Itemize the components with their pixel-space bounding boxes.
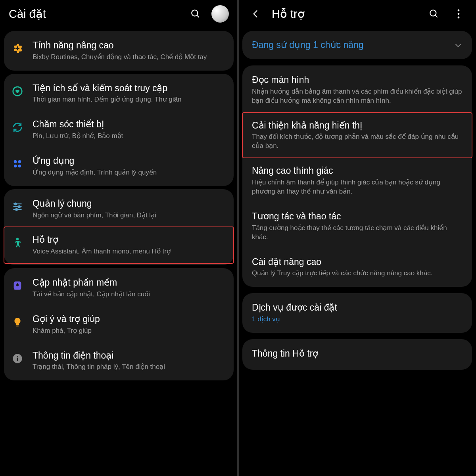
sliders-icon [10, 199, 25, 215]
item-subtitle: 1 dịch vụ [252, 315, 463, 324]
chevron-down-icon [454, 41, 463, 50]
item-subtitle: Tải về bản cập nhật, Cập nhật lần cuối [33, 290, 226, 299]
settings-item-ring-heart[interactable]: Tiện ích số và kiểm soát truy cậpThời gi… [4, 75, 234, 112]
info-icon [10, 351, 25, 367]
item-subtitle: Hiệu chỉnh âm thanh để giúp thính giác c… [252, 178, 463, 196]
accessibility-item[interactable]: Cài đặt nâng caoQuản lý Truy cập trực ti… [242, 249, 472, 286]
svg-point-14 [15, 208, 17, 210]
item-title: Chăm sóc thiết bị [33, 119, 226, 130]
banner-label: Đang sử dụng 1 chức năng [252, 40, 454, 50]
item-title: Cài đặt nâng cao [252, 256, 463, 268]
svg-rect-3 [15, 48, 19, 49]
svg-point-13 [18, 205, 20, 207]
item-title: Hỗ trợ [33, 234, 226, 246]
settings-item-info[interactable]: Thông tin điện thoạiTrạng thái, Thông ti… [4, 343, 234, 379]
item-subtitle: Thay đổi kích thước, độ tương phản và mà… [252, 132, 463, 151]
ring-refresh-icon [10, 119, 25, 135]
ring-heart-icon [10, 83, 25, 99]
svg-point-12 [15, 203, 17, 205]
item-subtitle: Tăng cường hoặc thay thế các tương tác c… [252, 224, 463, 242]
item-subtitle: Ứng dụng mặc định, Trình quản lý quyền [33, 168, 226, 177]
item-subtitle: Quản lý Truy cập trực tiếp và các chức n… [252, 269, 463, 278]
settings-item-update[interactable]: Cập nhật phần mềmTải về bản cập nhật, Cậ… [4, 270, 234, 306]
item-subtitle: Trạng thái, Thông tin pháp lý, Tên điện … [33, 363, 226, 372]
about-accessibility-item[interactable]: Thông tin Hỗ trợ [242, 339, 472, 370]
item-title: Ứng dụng [33, 155, 226, 167]
settings-group: Quản lý chungNgôn ngữ và bàn phím, Thời … [4, 189, 234, 265]
item-title: Gợi ý và trợ giúp [33, 313, 226, 325]
accessibility-item[interactable]: Đọc màn hìnhNhận hướng dẫn bằng âm thanh… [242, 67, 472, 113]
item-subtitle: Khám phá, Trợ giúp [33, 326, 226, 336]
search-icon[interactable] [425, 5, 443, 23]
svg-point-15 [16, 238, 19, 240]
item-subtitle: Ngôn ngữ và bàn phím, Thời gian, Đặt lại [33, 211, 226, 220]
svg-line-22 [435, 15, 437, 17]
back-icon[interactable] [247, 5, 265, 23]
header: Hỗ trợ [242, 0, 473, 28]
item-title: Tính năng nâng cao [33, 40, 226, 51]
settings-group: Tính năng nâng caoBixby Routines, Chuyển… [4, 31, 234, 71]
settings-item-person[interactable]: Hỗ trợVoice Assistant, Âm thanh mono, me… [4, 227, 234, 263]
settings-item-bulb[interactable]: Gợi ý và trợ giúpKhám phá, Trợ giúp [4, 306, 234, 343]
item-title: Thông tin điện thoại [33, 350, 226, 361]
item-subtitle: Pin, Lưu trữ, Bộ nhớ, Bảo mật [33, 132, 226, 141]
accessibility-item[interactable]: Nâng cao thính giácHiệu chỉnh âm thanh đ… [242, 158, 472, 203]
page-title: Hỗ trợ [272, 7, 418, 21]
settings-item-gear-plus[interactable]: Tính năng nâng caoBixby Routines, Chuyển… [4, 33, 234, 69]
item-title: Cập nhật phần mềm [33, 277, 226, 288]
svg-point-0 [192, 10, 198, 16]
settings-screen: Cài đặt Tính năng nâng caoBixby Routines… [0, 0, 238, 476]
item-title: Đọc màn hình [252, 74, 463, 86]
svg-point-6 [18, 160, 21, 163]
svg-point-23 [458, 10, 460, 12]
update-icon [10, 278, 25, 294]
item-subtitle: Bixby Routines, Chuyển động và thao tác,… [33, 53, 226, 62]
page-title: Cài đặt [9, 7, 180, 21]
svg-point-8 [18, 165, 21, 168]
svg-rect-20 [17, 356, 18, 357]
svg-rect-17 [16, 325, 19, 326]
svg-rect-19 [17, 357, 18, 361]
header: Cài đặt [3, 0, 234, 28]
item-title: Thông tin Hỗ trợ [252, 348, 463, 359]
item-title: Tiện ích số và kiểm soát truy cập [33, 83, 226, 94]
svg-point-25 [458, 17, 460, 19]
installed-services-item[interactable]: Dịch vụ được cài đặt 1 dịch vụ [242, 293, 472, 333]
search-icon[interactable] [187, 5, 204, 23]
active-features-banner[interactable]: Đang sử dụng 1 chức năng [242, 31, 472, 59]
svg-point-24 [458, 13, 460, 15]
bulb-icon [10, 314, 25, 330]
svg-line-1 [197, 15, 199, 17]
settings-item-grid4[interactable]: Ứng dụngỨng dụng mặc định, Trình quản lý… [4, 148, 234, 184]
settings-item-sliders[interactable]: Quản lý chungNgôn ngữ và bàn phím, Thời … [4, 191, 234, 227]
avatar[interactable] [211, 5, 229, 23]
item-subtitle: Voice Assistant, Âm thanh mono, menu Hỗ … [33, 247, 226, 256]
item-title: Dịch vụ được cài đặt [252, 302, 463, 313]
accessibility-item[interactable]: Tương tác và thao tácTăng cường hoặc tha… [242, 203, 472, 249]
svg-point-7 [14, 165, 17, 168]
accessibility-item[interactable]: Cải thiện khả năng hiển thịThay đổi kích… [242, 113, 472, 158]
item-subtitle: Thời gian màn hình, Đếm giờ ứng dụng, Th… [33, 95, 226, 104]
settings-group: Cập nhật phần mềmTải về bản cập nhật, Cậ… [4, 268, 234, 380]
grid4-icon [10, 156, 25, 172]
accessibility-screen: Hỗ trợ Đang sử dụng 1 chức năng Đọc màn … [238, 0, 476, 476]
svg-point-5 [14, 160, 17, 163]
item-title: Quản lý chung [33, 198, 226, 209]
gear-plus-icon [10, 40, 25, 56]
person-icon [10, 235, 25, 251]
item-title: Cải thiện khả năng hiển thị [252, 120, 463, 131]
settings-group: Tiện ích số và kiểm soát truy cậpThời gi… [4, 74, 234, 186]
item-title: Nâng cao thính giác [252, 165, 463, 177]
item-title: Tương tác và thao tác [252, 211, 463, 222]
settings-item-ring-refresh[interactable]: Chăm sóc thiết bịPin, Lưu trữ, Bộ nhớ, B… [4, 111, 234, 148]
item-subtitle: Nhận hướng dẫn bằng âm thanh và các phím… [252, 87, 463, 106]
svg-point-21 [430, 10, 436, 16]
more-icon[interactable] [450, 5, 467, 23]
